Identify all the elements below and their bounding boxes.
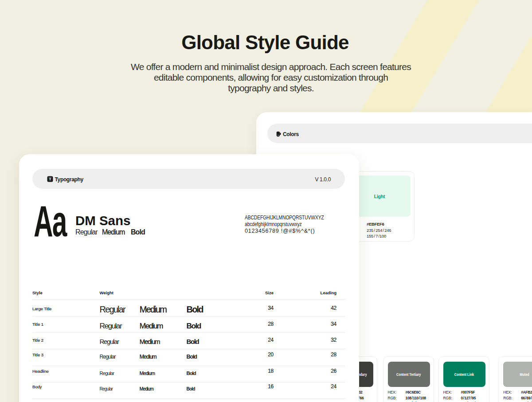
svg-text:T: T — [49, 176, 51, 181]
